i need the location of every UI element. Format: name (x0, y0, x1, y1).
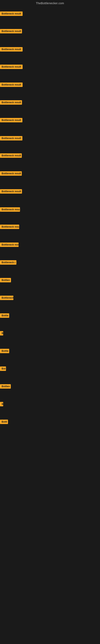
bottleneck-result-badge[interactable]: Bottleneck result (0, 47, 23, 52)
bottleneck-result-badge[interactable]: Bottleneck result (0, 171, 22, 176)
bottleneck-result-badge[interactable]: Bottleneck result (0, 12, 23, 16)
bottleneck-result-badge[interactable]: B (0, 331, 3, 336)
bottleneck-result-badge[interactable]: Bottleneck (0, 296, 13, 300)
site-title: TheBottlenecker.com (36, 2, 64, 5)
bottleneck-result-badge[interactable]: Bottleneck resu (0, 242, 19, 247)
bottleneck-result-badge[interactable]: Bottleneck r (0, 260, 16, 265)
bottleneck-result-badge[interactable]: Bottle (0, 349, 9, 353)
bottleneck-result-badge[interactable]: Bottleneck resu (0, 224, 19, 229)
bottleneck-result-badge[interactable]: Bot (0, 366, 6, 371)
bottleneck-result-badge[interactable]: Bottleneck result (0, 118, 22, 122)
bottleneck-result-badge[interactable]: Bottleneck result (0, 100, 22, 105)
bottleneck-result-badge[interactable]: Bottleneck result (0, 82, 23, 87)
bottleneck-result-badge[interactable]: Bottlen (0, 278, 11, 282)
bottleneck-result-badge[interactable]: Bottleneck result (0, 29, 22, 34)
bottleneck-result-badge[interactable]: B (0, 402, 3, 406)
bottleneck-result-badge[interactable]: Bottleneck result (0, 136, 22, 140)
bottleneck-result-badge[interactable]: Bottleneck resu (0, 207, 20, 212)
bottleneck-result-badge[interactable]: Bottleneck result (0, 153, 22, 158)
bottleneck-result-badge[interactable]: Bottlen (0, 384, 11, 388)
bottleneck-result-badge[interactable]: Bottleneck result (0, 64, 23, 69)
bottleneck-result-badge[interactable]: Bottleneck result (0, 189, 22, 194)
bottleneck-result-badge[interactable]: Bottle (0, 313, 9, 318)
bottleneck-result-badge[interactable]: Bottl (0, 420, 8, 424)
site-header: TheBottlenecker.com (0, 0, 100, 6)
